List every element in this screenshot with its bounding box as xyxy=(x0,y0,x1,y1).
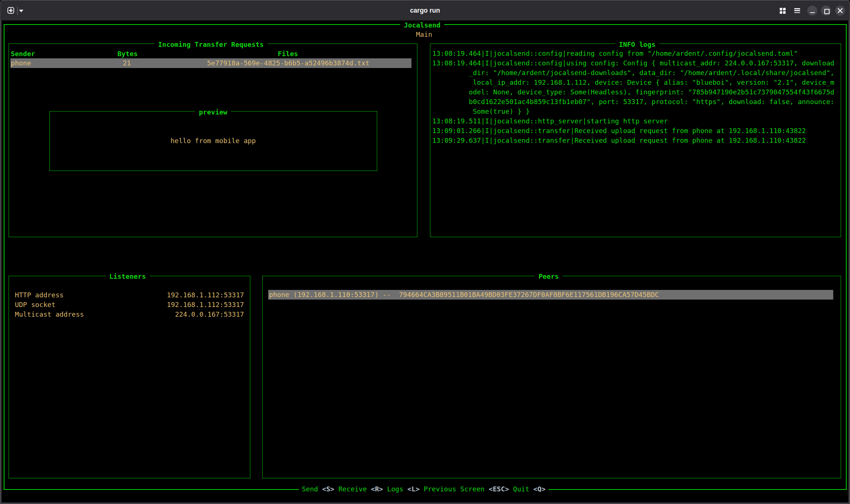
tab-overview-button grid-icon[interactable] xyxy=(780,8,786,14)
listener-value: 192.168.1.112:53317 xyxy=(167,290,244,300)
listener-value: 192.168.1.112:53317 xyxy=(167,300,244,310)
status-key: <S> xyxy=(322,485,334,493)
status-key: <L> xyxy=(407,485,420,493)
tab-switcher-button caret-down-icon[interactable] xyxy=(19,10,23,12)
transfer-row-sender: phone xyxy=(11,58,31,68)
transfer-row-bytes: 21 xyxy=(123,58,131,68)
listener-label: Multicast address xyxy=(15,310,84,319)
log-line: b0cd1622e501ac4b859c13fb1eb07", port: 53… xyxy=(432,97,834,107)
window-edge-right xyxy=(849,20,850,503)
listener-label: UDP socket xyxy=(15,300,55,310)
close-button close-icon[interactable] xyxy=(835,6,845,16)
panel-incoming-title: Incoming Transfer Requests xyxy=(154,40,267,49)
status-label: Logs xyxy=(387,485,404,493)
status-key: <R> xyxy=(371,485,383,493)
screen-title: Main xyxy=(416,30,432,39)
preview-content: hello from mobile app xyxy=(170,136,256,146)
column-header-bytes: Bytes xyxy=(118,49,138,59)
minimize-button minimize-icon[interactable] xyxy=(807,6,817,16)
transfer-row-files: 5e77918a-569e-4825-b6b5-a52496b3874d.txt xyxy=(207,58,370,68)
preview-title: preview xyxy=(195,107,231,117)
status-label: Quit xyxy=(513,485,529,493)
panel-listeners-title: Listeners xyxy=(106,272,150,281)
window-title: cargo run xyxy=(0,0,850,21)
new-tab-button new-tab-icon[interactable] xyxy=(7,7,14,14)
menu-button hamburger-icon[interactable] xyxy=(794,8,800,13)
column-header-files: Files xyxy=(278,49,298,59)
log-line: 13:09:01.266|I|jocalsend::transfer|Recei… xyxy=(432,126,806,136)
window-edge-bottom xyxy=(0,503,850,504)
log-line: 13:08:19.511|I|jocalsend::http_server|st… xyxy=(432,116,668,126)
status-label: Receive xyxy=(339,485,367,493)
log-line: local_ip_addr: 192.168.1.112, device: De… xyxy=(432,78,834,87)
titlebar-separator xyxy=(17,7,18,15)
status-key: <ESC> xyxy=(489,485,509,493)
window-titlebar: cargo run xyxy=(0,0,850,20)
listener-value: 224.0.0.167:53317 xyxy=(175,310,244,319)
listener-row: UDP socket 192.168.1.112:53317 xyxy=(15,300,244,310)
listener-row: Multicast address 224.0.0.167:53317 xyxy=(15,310,244,319)
status-key: <Q> xyxy=(533,485,546,493)
log-line: odel: None, device_type: Some(Headless),… xyxy=(432,87,834,97)
status-bar: Send <S> Receive <R> Logs <L> Previous S… xyxy=(299,484,548,494)
status-label: Previous Screen xyxy=(424,485,485,493)
panel-peers xyxy=(262,276,841,478)
panel-peers-title: Peers xyxy=(535,272,563,281)
app-title: Jocalsend xyxy=(400,20,444,30)
log-line: Some(true) } } xyxy=(432,107,530,116)
log-line: 13:08:19.464|I|jocalsend::config|using c… xyxy=(432,58,834,68)
peer-row: phone (192.168.1.110:53317) -- 794664CA3… xyxy=(269,290,659,300)
column-header-sender: Sender xyxy=(11,49,35,59)
log-line: 13:08:19.464|I|jocalsend::config|reading… xyxy=(432,49,798,58)
status-label: Send xyxy=(302,485,318,493)
log-line: 13:09:29.637|I|jocalsend::transfer|Recei… xyxy=(432,136,806,145)
listener-row: HTTP address 192.168.1.112:53317 xyxy=(15,290,244,300)
maximize-button maximize-icon[interactable] xyxy=(821,6,831,16)
log-line: _dir: "/home/ardent/jocalsend-downloads"… xyxy=(432,68,834,78)
listener-label: HTTP address xyxy=(15,290,64,300)
panel-info-logs-title: INFO logs xyxy=(615,40,659,49)
